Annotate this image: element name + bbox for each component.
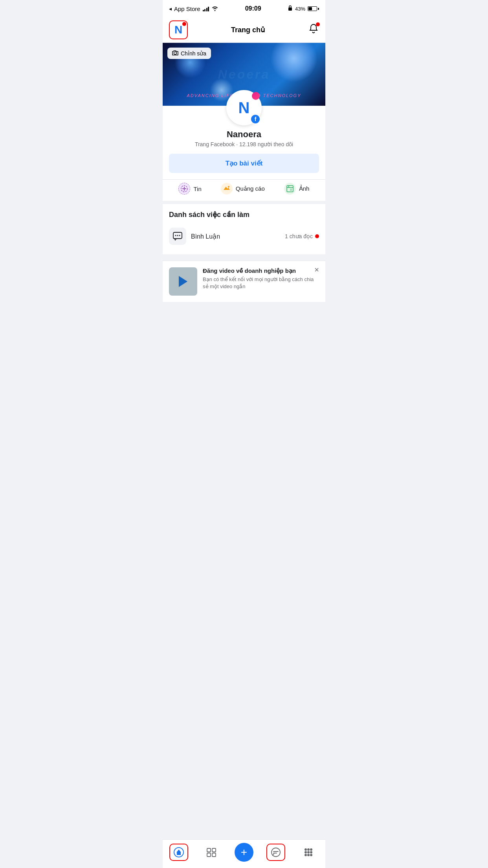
page-title: Trang chủ	[231, 26, 265, 34]
section-divider-2	[163, 254, 325, 257]
avatar-letter: N	[238, 99, 250, 117]
comment-icon-wrap	[169, 228, 186, 245]
status-right: 43%	[288, 5, 319, 12]
todo-item-left: Bình Luận	[169, 228, 220, 245]
svg-point-5	[228, 186, 229, 188]
quick-actions: Tin Quảng cáo Ảnh	[163, 179, 325, 201]
battery-icon	[308, 6, 319, 11]
profile-section: Neoera ADVANCING LIFE ANO TECHNOLOGY Chỉ…	[163, 43, 325, 201]
avatar-pink-accent	[252, 92, 260, 100]
notifications-bell[interactable]	[308, 23, 319, 37]
svg-point-14	[179, 235, 180, 236]
profile-avatar[interactable]: N f	[226, 90, 262, 125]
create-post-button[interactable]: Tạo bài viết	[169, 154, 319, 173]
app-logo[interactable]: N	[169, 20, 188, 39]
promo-card: × Đăng video về doanh nghiệp bạn Bạn có …	[163, 261, 325, 302]
edit-cover-button[interactable]: Chỉnh sửa	[167, 48, 211, 59]
svg-rect-6	[287, 186, 293, 192]
status-time: 09:09	[245, 5, 261, 12]
edit-cover-label: Chỉnh sửa	[181, 50, 206, 57]
anh-icon	[284, 183, 296, 195]
battery-percent: 43%	[295, 6, 305, 12]
quangcao-label: Quảng cáo	[236, 185, 265, 192]
anh-action[interactable]: Ảnh	[284, 183, 310, 195]
quangcao-icon	[221, 183, 233, 195]
quangcao-action[interactable]: Quảng cáo	[221, 183, 265, 195]
tin-label: Tin	[193, 186, 201, 192]
page-header: N Trang chủ	[163, 17, 325, 43]
section-divider	[163, 201, 325, 204]
carrier-text: App Store	[174, 6, 200, 12]
unread-dot	[315, 234, 319, 238]
profile-meta: Trang Facebook · 12.198 người theo dõi	[169, 141, 319, 147]
svg-point-1	[174, 52, 177, 55]
promo-content: Đăng video về doanh nghiệp bạn Bạn có th…	[169, 267, 319, 296]
play-icon	[179, 276, 187, 287]
promo-title: Đăng video về doanh nghiệp bạn	[203, 267, 319, 274]
todo-item-right: 1 chưa đọc	[285, 233, 319, 239]
profile-name: Nanoera	[169, 129, 319, 140]
back-arrow-icon: ◂	[169, 6, 172, 12]
facebook-badge: f	[250, 114, 261, 124]
profile-avatar-container: N f	[163, 90, 325, 125]
lock-icon	[288, 5, 293, 12]
status-bar: ◂ App Store 09:09 43%	[163, 0, 325, 17]
tin-icon	[178, 183, 190, 195]
camera-icon	[172, 50, 178, 57]
svg-rect-0	[288, 7, 292, 11]
unread-count: 1 chưa đọc	[285, 233, 313, 239]
promo-text-block: Đăng video về doanh nghiệp bạn Bạn có th…	[203, 267, 319, 290]
promo-thumbnail	[169, 267, 197, 296]
todo-title: Danh sách việc cần làm	[169, 210, 319, 219]
logo-n: N	[174, 24, 182, 35]
svg-point-12	[175, 235, 176, 236]
bell-badge	[316, 22, 320, 26]
tin-action[interactable]: Tin	[178, 183, 201, 195]
promo-close-button[interactable]: ×	[314, 266, 319, 274]
todo-item-label: Bình Luận	[191, 233, 220, 240]
profile-info: Nanoera Trang Facebook · 12.198 người th…	[163, 125, 325, 154]
status-carrier: ◂ App Store	[169, 6, 218, 12]
todo-section: Danh sách việc cần làm Bình Luận 1 chưa …	[163, 204, 325, 254]
logo-notification-dot	[182, 22, 186, 26]
signal-icon	[203, 6, 209, 11]
promo-description: Bạn có thể kết nối với mọi người bằng cá…	[203, 276, 319, 290]
cover-brand-text: Neoera	[218, 67, 270, 82]
wifi-icon	[211, 6, 218, 12]
anh-label: Ảnh	[299, 185, 310, 192]
svg-point-13	[177, 235, 178, 236]
todo-item-comments[interactable]: Bình Luận 1 chưa đọc	[169, 224, 319, 248]
